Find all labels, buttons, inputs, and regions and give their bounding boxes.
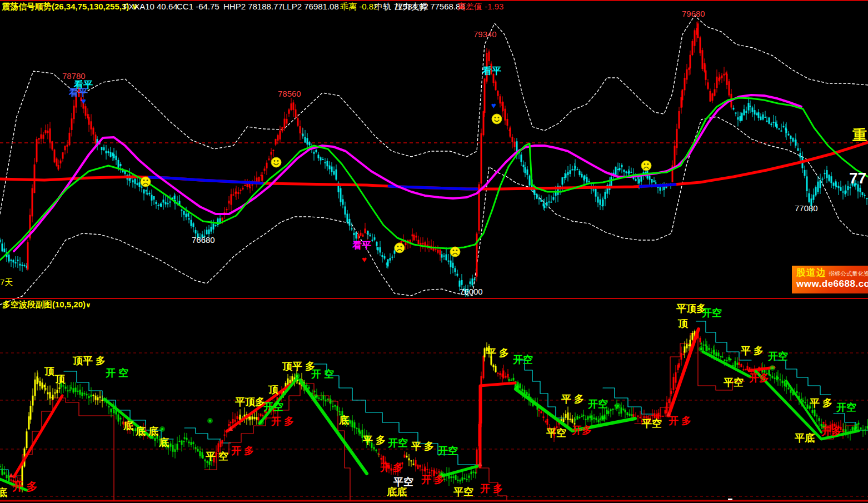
chart-canvas[interactable]: 78780785607934079680766807600077080重777天… — [0, 0, 868, 503]
signal-label: 平空 — [723, 377, 744, 388]
signal-label: 开 多 — [271, 416, 294, 427]
signal-label: 平 多 — [809, 397, 832, 409]
lower-band-dashed — [0, 117, 868, 305]
signal-label: 开空 — [767, 351, 788, 362]
entry-arrow-icon — [9, 473, 13, 477]
signal-label: 平 空 — [205, 451, 228, 462]
ma-red-line — [0, 142, 868, 189]
chevron-down-icon[interactable]: ∨ — [86, 301, 91, 309]
signal-label: 开多 — [821, 426, 841, 437]
edge-label: 7天 — [0, 277, 13, 287]
subchart-title-label: 多空波段副图(10,5,20) — [2, 300, 86, 309]
reversal-marker-core — [700, 348, 702, 350]
signal-label: 顶 — [44, 366, 55, 377]
signal-label: 平底 — [794, 432, 815, 444]
heart-icon: ♥ — [362, 255, 367, 264]
signal-label: 开 多 — [668, 415, 691, 426]
signal-label: 顶平 多 — [282, 361, 315, 372]
signal-label: 平空 — [393, 476, 413, 487]
smiley-happy-icon — [271, 157, 281, 167]
main-indicator-title[interactable]: 震荡信号顺势(26,34,75,130,255,3) ∨ — [2, 2, 138, 12]
signal-label: 顶 — [268, 384, 279, 395]
edge-label: 重 — [852, 127, 867, 143]
kanping-mark: 看平 — [352, 240, 371, 251]
price-label: 78560 — [278, 89, 301, 98]
signal-label: 开空 — [836, 402, 856, 413]
signal-label: 底 — [123, 420, 133, 431]
watermark-tagline: 指标公式量化资源 — [829, 270, 868, 277]
ma-blue-segment — [640, 185, 675, 187]
signal-label: 开 多 — [421, 474, 444, 485]
scroll-tick[interactable] — [728, 499, 732, 500]
signal-label: 开多 — [571, 425, 592, 436]
kanping-mark: 看平 — [482, 66, 501, 76]
reversal-marker-core — [161, 428, 163, 430]
indicator-value-3: HHP2 78188.77 — [223, 2, 283, 12]
smiley-sad-icon — [641, 161, 651, 171]
reversal-marker-core — [315, 396, 317, 398]
signal-label: 平空 — [641, 418, 662, 429]
signal-label: 底 底 — [135, 426, 158, 437]
signal-label: 开 空 — [105, 367, 128, 379]
reversal-marker-core — [296, 375, 298, 377]
subchart-title[interactable]: 多空波段副图(10,5,20)∨ — [2, 300, 91, 310]
indicator-value-4: LLP2 76981.08 — [282, 2, 339, 12]
signal-label: 平 多 — [362, 435, 386, 446]
signal-label: 平 多 — [740, 345, 764, 356]
signal-label: 顶平 多 — [72, 355, 106, 366]
watermark-url: www.de6688.com — [796, 279, 865, 290]
trend-segment — [669, 329, 699, 416]
signal-label: 平空 — [546, 427, 566, 439]
signal-label: 开 多 — [231, 445, 254, 456]
signal-label: 顶 — [54, 373, 66, 385]
indicator-value-8: 离差值 -1.93 — [457, 2, 503, 12]
watermark-brand: 股道边 — [796, 267, 826, 278]
smiley-sad-icon — [141, 177, 151, 187]
reversal-marker-core — [260, 421, 262, 424]
smiley-sad-icon — [395, 243, 405, 253]
cyan-stop-line — [775, 360, 831, 395]
reversal-marker-core — [602, 417, 604, 420]
smiley-sad-icon — [450, 247, 460, 257]
indicator-value-5: 乖离 -0.82 — [340, 2, 378, 12]
trading-app-window: 78780785607934079680766807600077080重777天… — [0, 0, 868, 503]
edge-label: 77 — [849, 170, 866, 187]
signal-label: 开 多 — [12, 480, 38, 492]
indicator-value-2: CC1 -64.75 — [177, 2, 220, 12]
price-label: 77080 — [795, 203, 818, 213]
signal-label: 顶 — [677, 318, 689, 329]
price-label: 76000 — [460, 287, 483, 296]
indicator-header-bar: 震荡信号顺势(26,34,75,130,255,3) ∨FXXA10 40.64… — [0, 2, 868, 12]
signal-label: 开 多 — [380, 462, 403, 473]
heart-icon: ♥ — [81, 96, 86, 106]
signal-label: 平 多 — [486, 347, 509, 358]
reversal-marker-core — [617, 405, 619, 407]
signal-label: 平空 — [453, 486, 473, 497]
reversal-marker-core — [855, 427, 857, 429]
trend-segment — [14, 396, 62, 477]
signal-label: 平 多 — [411, 441, 434, 452]
reversal-marker-core — [209, 420, 211, 422]
signal-label: 平顶多 — [235, 396, 265, 407]
signal-label: 开空 — [512, 354, 533, 365]
signal-label: 开空 — [263, 401, 283, 412]
trend-segment — [300, 380, 367, 474]
signal-label: 底 — [338, 415, 349, 426]
signal-label: 开空 — [701, 307, 722, 318]
signal-label: 开 空 — [311, 368, 334, 380]
indicator-value-1: FXXA10 40.64 — [123, 2, 178, 12]
signal-label: 开空 — [387, 437, 408, 449]
heart-icon: ♥ — [491, 101, 496, 110]
signal-label: 开空 — [587, 399, 608, 410]
signal-label: 底底 — [386, 486, 407, 497]
signal-label: 开 多 — [480, 483, 503, 494]
price-label: 79340 — [473, 29, 497, 39]
main-candles — [0, 21, 868, 297]
signal-label: 底 — [0, 487, 7, 498]
reversal-marker-core — [771, 367, 774, 369]
entry-arrow-icon — [478, 462, 482, 466]
signal-label: 底 — [158, 437, 169, 448]
signal-label: 开空 — [437, 445, 458, 456]
indicator-value-7: 压力支撑 77568.88 — [395, 2, 465, 12]
watermark-banner: 股道边 指标公式量化资源 www.de6688.com — [792, 266, 868, 293]
